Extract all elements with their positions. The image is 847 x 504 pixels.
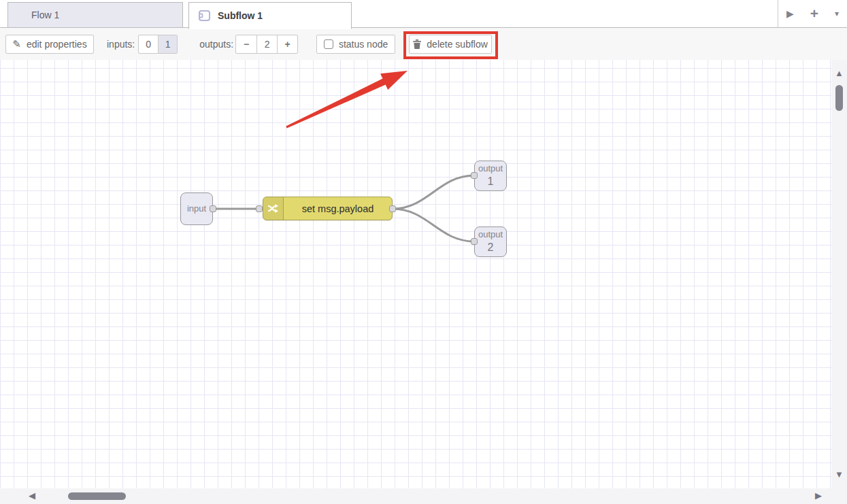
output-node-1-label: output xyxy=(478,163,503,175)
port-output1-input[interactable] xyxy=(471,172,478,179)
subflow-toolbar: ✎ edit properties inputs: 0 1 outputs: −… xyxy=(0,28,847,60)
status-node-button[interactable]: status node xyxy=(316,35,395,54)
scroll-up-icon[interactable]: ▲ xyxy=(831,68,847,78)
subflow-input-node[interactable]: input xyxy=(180,192,213,225)
status-node-checkbox[interactable] xyxy=(324,39,333,49)
scroll-down-icon[interactable]: ▼ xyxy=(831,469,847,480)
edit-properties-button[interactable]: ✎ edit properties xyxy=(5,35,94,54)
output-node-2-label: output xyxy=(478,229,503,241)
trash-icon xyxy=(413,39,421,49)
tab-subflow-1-label: Subflow 1 xyxy=(218,10,263,21)
inputs-option-0[interactable]: 0 xyxy=(139,35,158,53)
vertical-scrollbar-thumb[interactable] xyxy=(835,85,843,111)
tab-subflow-1[interactable]: Subflow 1 xyxy=(188,2,352,29)
horizontal-scrollbar-thumb[interactable] xyxy=(68,492,126,500)
next-tab-icon[interactable]: ▶ xyxy=(786,8,794,19)
port-change-output[interactable] xyxy=(389,205,396,212)
change-node[interactable]: set msg.payload xyxy=(263,197,393,220)
workspace-canvas: input set msg.payload output 1 output 2 xyxy=(0,60,847,504)
add-flow-icon[interactable]: + xyxy=(810,7,818,20)
tab-flow-1[interactable]: Flow 1 xyxy=(7,2,183,28)
output-node-1-number: 1 xyxy=(488,175,494,189)
tabbar-controls: ▶ + ▾ xyxy=(778,0,847,27)
output-node-2-number: 2 xyxy=(488,241,494,255)
outputs-increase-button[interactable]: + xyxy=(277,35,297,53)
delete-subflow-label: delete subflow xyxy=(427,39,488,50)
input-node-label: input xyxy=(187,203,206,215)
port-change-input[interactable] xyxy=(256,205,263,212)
subflow-output-node-2[interactable]: output 2 xyxy=(474,226,507,257)
subflow-icon xyxy=(197,9,211,22)
change-node-label: set msg.payload xyxy=(284,197,392,220)
inputs-option-1[interactable]: 1 xyxy=(158,35,177,53)
outputs-value[interactable]: 2 xyxy=(256,35,277,53)
outputs-stepper: − 2 + xyxy=(235,35,298,54)
subflow-output-node-1[interactable]: output 1 xyxy=(474,161,507,191)
outputs-decrease-button[interactable]: − xyxy=(236,35,256,53)
inputs-label: inputs: xyxy=(107,39,135,50)
pencil-icon: ✎ xyxy=(12,38,21,50)
canvas-grid[interactable] xyxy=(0,60,831,488)
port-output2-input[interactable] xyxy=(471,238,478,245)
status-node-label: status node xyxy=(339,39,388,50)
scroll-right-icon[interactable]: ▶ xyxy=(815,490,822,501)
delete-subflow-button[interactable]: delete subflow xyxy=(409,35,492,54)
workspace-tabbar: Flow 1 Subflow 1 ▶ + ▾ xyxy=(0,0,847,28)
tab-flow-1-label: Flow 1 xyxy=(31,10,59,20)
flow-list-chevron-down-icon[interactable]: ▾ xyxy=(835,9,839,18)
scroll-left-icon[interactable]: ◀ xyxy=(29,490,35,501)
edit-properties-label: edit properties xyxy=(27,39,87,50)
vertical-scrollbar[interactable]: ▲ ▼ xyxy=(831,60,847,504)
shuffle-icon xyxy=(263,197,284,220)
outputs-label: outputs: xyxy=(199,39,233,50)
node-red-editor: Flow 1 Subflow 1 ▶ + ▾ ✎ edit properties… xyxy=(0,0,847,504)
port-input-output[interactable] xyxy=(210,205,216,212)
inputs-toggle-group: 0 1 xyxy=(138,35,178,54)
horizontal-scrollbar[interactable]: ◀ ▶ xyxy=(0,488,831,504)
